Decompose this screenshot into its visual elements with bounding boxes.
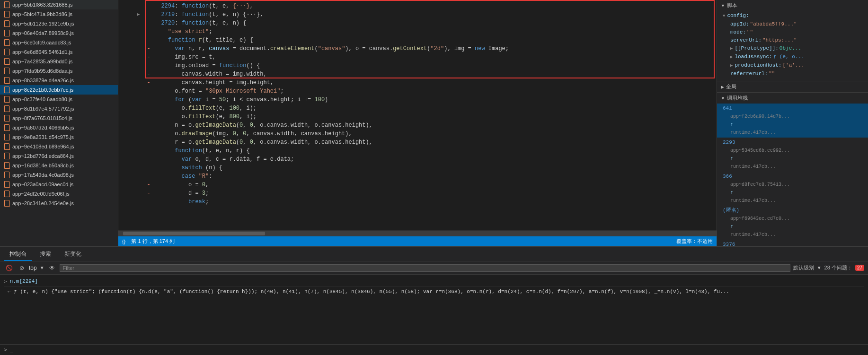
clear-console-button[interactable]: 🚫 <box>4 264 15 272</box>
file-item[interactable]: app~5bfc471a.9bb3d86.js <box>0 9 118 19</box>
code-line: o.font = "30px Microsoft Yahei"; <box>118 87 717 95</box>
file-item[interactable]: app~8f7a6765.01815c4.js <box>0 113 118 123</box>
file-item[interactable]: app~9e8a2531.d54c975.js <box>0 132 118 142</box>
call-stack-item[interactable]: 3376 app~f69643ec.cd7c0... r runtime.417… <box>717 240 868 246</box>
file-item[interactable]: app~9e4108ed.b89e964.js <box>0 142 118 151</box>
line-code: break; <box>152 198 717 206</box>
frame-number: 366 <box>723 173 732 179</box>
cursor-position: 第 1 行，第 174 列 <box>131 238 175 245</box>
prototype-val: Obje... <box>779 44 801 52</box>
frame-sub: r <box>723 223 864 231</box>
console-area: 控制台 搜索 新变化 🚫 ⊘ top ▼ 👁 默认级别 ▼ 28 个问题： 27… <box>0 246 868 355</box>
file-item[interactable]: app~7a428f35.a99bdd0.js <box>0 57 118 66</box>
js-file-icon <box>4 96 10 103</box>
code-line: - var n, r, canvas = document.createElem… <box>118 44 717 53</box>
js-file-icon <box>4 115 10 121</box>
file-item[interactable]: app~6ce0cfc9.caadc83.js <box>0 38 118 47</box>
file-item[interactable]: app~8d1b97e4.5771792.js <box>0 104 118 113</box>
prototype-arrow[interactable]: ▶ <box>730 45 733 53</box>
stop-button[interactable]: ⊘ <box>18 264 26 272</box>
file-item[interactable]: app~023a0acd.09aec0d.js <box>0 180 118 189</box>
collapse-arrow-icon[interactable]: ▶ <box>137 10 145 19</box>
file-item[interactable]: app~12bd776d.edca864.js <box>0 151 118 161</box>
horizontal-scrollbar[interactable] <box>118 230 717 236</box>
appid-key: appId: <box>730 20 749 28</box>
global-section-header[interactable]: ▶ 全局 <box>717 81 868 92</box>
js-file-icon <box>4 124 10 131</box>
file-item[interactable]: app~5db1123e.1921e9b.js <box>0 19 118 28</box>
file-panel: app~5bb1f863.8261688.jsapp~5bfc471a.9bb3… <box>0 0 118 246</box>
frame-subfile: runtime.417cb... <box>723 129 864 137</box>
frame-file: app~5345ed6b.cc992... <box>723 147 864 155</box>
code-line: 2720: function(t, e, n) { <box>118 19 717 27</box>
file-item[interactable]: app~6e6d8645.54f61d1.js <box>0 47 118 57</box>
line-code: function(t, e, n, r) { <box>152 147 717 155</box>
console-toolbar: 🚫 ⊘ top ▼ 👁 默认级别 ▼ 28 个问题： 27 <box>0 261 868 275</box>
line-code: d = 3; <box>152 189 717 198</box>
call-stack-item[interactable]: (匿名) app~f69643ec.cd7c0... r runtime.417… <box>717 206 868 240</box>
eye-button[interactable]: 👁 <box>47 264 57 272</box>
callstack-section-label: 调用堆栈 <box>727 95 748 102</box>
loadjsasync-arrow[interactable]: ▶ <box>730 53 733 61</box>
file-name: app~5bb1f863.8261688.js <box>12 2 73 8</box>
file-item[interactable]: app~8b33879e.d4ea26c.js <box>0 76 118 85</box>
level-dropdown-arrow[interactable]: ▼ <box>817 265 822 270</box>
console-content[interactable]: > n.m[2294] ← ƒ (t, e, n) {"use strict";… <box>0 275 868 344</box>
issues-badge: 27 <box>855 265 864 271</box>
console-input-row[interactable]: > _ <box>0 344 868 355</box>
global-section: ▶ 全局 <box>717 81 868 93</box>
js-file-icon <box>4 49 10 55</box>
js-file-icon <box>4 77 10 84</box>
call-stack-item[interactable]: 641 app~f2cb6a90.14d7b... r runtime.417c… <box>717 104 868 138</box>
file-item[interactable]: app~16d3814e.b50a8cb.js <box>0 161 118 170</box>
call-stack-item[interactable]: 366 app~d8fec7e8.75413... r runtime.417c… <box>717 172 868 206</box>
dropdown-arrow-icon[interactable]: ▼ <box>40 265 44 270</box>
file-item[interactable]: app~9a607d2d.4066bb5.js <box>0 123 118 132</box>
tab-search[interactable]: 搜索 <box>34 248 57 261</box>
frame-number: 3376 <box>723 242 735 246</box>
productionhost-key: productionHost: <box>735 61 781 69</box>
code-editor[interactable]: 2294: function(t, e, {···},▶ 2719: funct… <box>118 0 717 230</box>
js-file-icon <box>4 181 10 188</box>
js-file-icon <box>4 105 10 112</box>
file-name: app~8f7a6765.01815c4.js <box>12 115 72 121</box>
js-file-icon <box>4 68 10 74</box>
line-code: 2720: function(t, e, n) { <box>152 19 717 27</box>
status-left: {} 第 1 行，第 174 列 <box>122 238 175 245</box>
line-diff-indicator: - <box>145 189 152 198</box>
line-code: n = o.getImageData(0, 0, o.canvas.width,… <box>152 121 717 130</box>
script-section-header[interactable]: ▼ 脚本 <box>717 0 868 11</box>
line-code: o = 0, <box>152 181 717 189</box>
file-item[interactable]: app~28c341e0.2454e0e.js <box>0 199 118 208</box>
prototype-row: ▶ [[Prototype]]: Obje... <box>730 44 862 53</box>
console-input-text: n.m[2294] <box>10 277 38 286</box>
tab-changes[interactable]: 新变化 <box>59 248 87 261</box>
file-item[interactable]: app~06e40da7.89958c9.js <box>0 28 118 38</box>
right-panel: ▼ 脚本 ▼ config: appId: "ababda5ff9..." mo… <box>717 0 868 246</box>
file-item[interactable]: app~7fda9b95.d6d8daa.js <box>0 66 118 76</box>
code-line: for (var i = 50; i < canvas.height; i +=… <box>118 95 717 104</box>
referrerurl-val: "" <box>769 70 775 78</box>
code-line: - img.src = t, <box>118 53 717 61</box>
top-context-label: top <box>29 265 37 271</box>
productionhost-arrow[interactable]: ▶ <box>730 62 733 70</box>
file-item[interactable]: app~8c37fe40.6aadb80.js <box>0 95 118 104</box>
callstack-section-header[interactable]: ▼ 调用堆栈 <box>717 93 868 104</box>
tab-console[interactable]: 控制台 <box>4 248 32 261</box>
frame-subfile: runtime.417cb... <box>723 197 864 205</box>
code-line: img.onload = function() { <box>118 61 717 70</box>
line-code: switch (n) { <box>152 164 717 172</box>
line-code: img.src = t, <box>152 53 717 61</box>
file-item[interactable]: app~5bb1f863.8261688.js <box>0 0 118 9</box>
code-line: - canvas.height = img.height, <box>118 78 717 87</box>
file-item[interactable]: app~24df2e00.fd9c06f.js <box>0 189 118 199</box>
file-name: app~6ce0cfc9.caadc83.js <box>12 40 71 45</box>
call-stack-item[interactable]: 2293 app~5345ed6b.cc992... r runtime.417… <box>717 138 868 172</box>
file-item[interactable]: app~8c22e1b0.9ebb7ec.js <box>0 85 118 95</box>
code-line: - canvas.width = img.width, <box>118 70 717 78</box>
console-filter-input[interactable] <box>60 264 790 272</box>
mode-key: mode: <box>730 28 746 36</box>
config-arrow[interactable]: ▼ <box>723 12 725 20</box>
file-item[interactable]: app~17a549da.4c0ad98.js <box>0 170 118 180</box>
file-name: app~023a0acd.09aec0d.js <box>12 182 73 187</box>
